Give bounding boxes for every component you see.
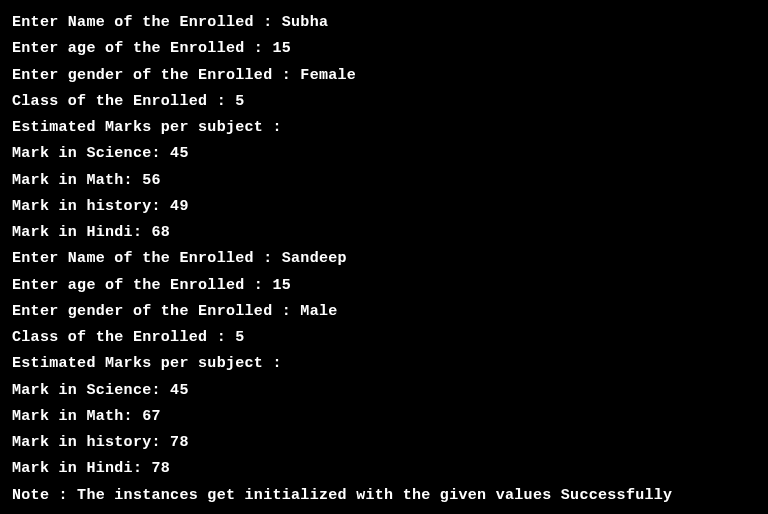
terminal-line: Enter age of the Enrolled : 15 bbox=[12, 273, 756, 299]
terminal-line: Mark in history: 78 bbox=[12, 430, 756, 456]
terminal-line: Mark in Math: 56 bbox=[12, 168, 756, 194]
terminal-line: Class of the Enrolled : 5 bbox=[12, 89, 756, 115]
terminal-line: Estimated Marks per subject : bbox=[12, 115, 756, 141]
terminal-line: Enter age of the Enrolled : 15 bbox=[12, 36, 756, 62]
terminal-line: Class of the Enrolled : 5 bbox=[12, 325, 756, 351]
terminal-line: Mark in Science: 45 bbox=[12, 141, 756, 167]
terminal-line: Mark in history: 49 bbox=[12, 194, 756, 220]
terminal-line: Enter gender of the Enrolled : Female bbox=[12, 63, 756, 89]
terminal-line: Estimated Marks per subject : bbox=[12, 351, 756, 377]
terminal-line: Mark in Hindi: 68 bbox=[12, 220, 756, 246]
terminal-line: Mark in Science: 45 bbox=[12, 378, 756, 404]
terminal-line: Enter Name of the Enrolled : Sandeep bbox=[12, 246, 756, 272]
terminal-line: Note : The instances get initialized wit… bbox=[12, 483, 756, 509]
terminal-line: Enter Name of the Enrolled : Subha bbox=[12, 10, 756, 36]
terminal-line: Enter gender of the Enrolled : Male bbox=[12, 299, 756, 325]
terminal-line: Mark in Math: 67 bbox=[12, 404, 756, 430]
terminal-line: Mark in Hindi: 78 bbox=[12, 456, 756, 482]
